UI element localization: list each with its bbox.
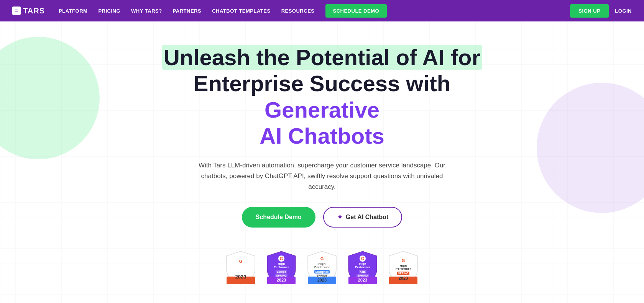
hero-buttons: Schedule Demo ✦ Get AI Chatbot (242, 207, 402, 228)
badge-hp-europe-inner: G HighPerformer Europe SPRING 2023 (266, 251, 297, 285)
badge-hp-asia: G HighPerformer Asia SPRING 2023 (345, 251, 380, 285)
badge-leader-inner: G Leader SPRING 2023 (225, 251, 256, 285)
hero-schedule-demo-button[interactable]: Schedule Demo (242, 207, 315, 228)
hero-title-generative: Generative (264, 97, 380, 122)
nav-partners[interactable]: PARTNERS (173, 8, 202, 14)
badge-hp-europe-spring: SPRING (275, 274, 288, 277)
badge-hp-europe-text: HighPerformer (274, 262, 289, 269)
badge-hp-enterprise-text: HighPerformer (314, 262, 330, 269)
badge-leader-year: 2023 (235, 274, 246, 280)
badge-hp-asia-text: HighPerformer (355, 262, 370, 269)
badge-hp-spring-shield: G HighPerformer SPRING 2023 (388, 251, 419, 285)
navbar-right: SIGN UP LOGIN (570, 4, 632, 18)
badge-leader-sub: SPRING (235, 270, 247, 273)
badge-leader-text: Leader (235, 265, 247, 269)
badge-g2-asia: G (360, 256, 366, 262)
hero-title-line3: AI Chatbots (260, 123, 384, 148)
nav-schedule-demo-button[interactable]: SCHEDULE DEMO (325, 4, 387, 18)
hero-section: Unleash the Potential of AI for Enterpri… (0, 21, 644, 303)
nav-links: PLATFORM PRICING WHY TARS? PARTNERS CHAT… (59, 4, 570, 18)
nav-resources[interactable]: RESOURCES (281, 8, 315, 14)
badge-hp-spring-inner: G HighPerformer SPRING 2023 (388, 251, 419, 285)
signup-button[interactable]: SIGN UP (570, 4, 609, 18)
nav-pricing[interactable]: PRICING (98, 8, 120, 14)
badge-hp-asia-shield: G HighPerformer Asia SPRING 2023 (347, 251, 378, 285)
badge-hp-spring: G HighPerformer SPRING 2023 (386, 251, 421, 285)
badge-hp-europe: G HighPerformer Europe SPRING 2023 (264, 251, 299, 285)
badge-hp-asia-sub: Asia (359, 270, 367, 274)
logo-text: TARS (23, 7, 45, 15)
badge-g2-logo: G (238, 258, 244, 264)
badge-hp-asia-inner: G HighPerformer Asia SPRING 2023 (347, 251, 378, 285)
badge-hp-enterprise: G HighPerformer Enterprise SPRING 2023 (305, 251, 339, 285)
nav-chatbot-templates[interactable]: CHATBOT TEMPLATES (212, 8, 270, 14)
nav-platform[interactable]: PLATFORM (59, 8, 87, 14)
badges-row: G Leader SPRING 2023 G HighPer (223, 251, 421, 285)
badge-hp-enterprise-inner: G HighPerformer Enterprise SPRING 2023 (306, 251, 338, 285)
badge-hp-spring-year: 2023 (399, 276, 408, 280)
badge-hp-enterprise-year: 2023 (317, 278, 327, 282)
logo[interactable]: ≡ TARS (12, 7, 45, 15)
hero-content: Unleash the Potential of AI for Enterpri… (138, 44, 506, 303)
badge-hp-asia-spring: SPRING (356, 274, 369, 277)
badge-leader-shield: G Leader SPRING 2023 (225, 251, 256, 285)
badge-hp-asia-year: 2023 (358, 278, 367, 282)
hero-get-chatbot-button[interactable]: ✦ Get AI Chatbot (323, 207, 402, 228)
badge-g2-enterprise: G (319, 256, 325, 262)
hero-subtitle: With Tars LLM-driven automation, superch… (188, 160, 456, 192)
nav-why-tars[interactable]: WHY TARS? (131, 8, 162, 14)
badge-hp-europe-year: 2023 (277, 278, 286, 282)
badge-hp-europe-shield: G HighPerformer Europe SPRING 2023 (266, 251, 297, 285)
hero-title-line2-plain: Enterprise Success with (194, 71, 450, 96)
navbar: ≡ TARS PLATFORM PRICING WHY TARS? PARTNE… (0, 0, 644, 21)
badge-hp-spring-text: HighPerformer (396, 264, 411, 271)
badge-hp-enterprise-shield: G HighPerformer Enterprise SPRING 2023 (306, 251, 338, 285)
sparkle-icon: ✦ (337, 213, 343, 221)
badge-hp-europe-sub: Europe (276, 270, 287, 274)
get-chatbot-label: Get AI Chatbot (346, 214, 388, 221)
logo-icon: ≡ (12, 7, 21, 15)
badge-hp-spring-sub: SPRING (397, 272, 410, 275)
badge-g2-spring: G (400, 257, 406, 264)
hero-title-line2: Enterprise Success with Generative (194, 71, 450, 122)
badge-hp-enterprise-sub: Enterprise (314, 270, 330, 274)
badge-leader: G Leader SPRING 2023 (223, 251, 258, 285)
hero-title-line1: Unleash the Potential of AI for (162, 45, 482, 70)
badge-hp-enterprise-spring: SPRING (316, 274, 329, 277)
badge-g2-europe: G (278, 256, 284, 262)
hero-title: Unleash the Potential of AI for Enterpri… (138, 44, 506, 149)
login-button[interactable]: LOGIN (615, 8, 632, 14)
